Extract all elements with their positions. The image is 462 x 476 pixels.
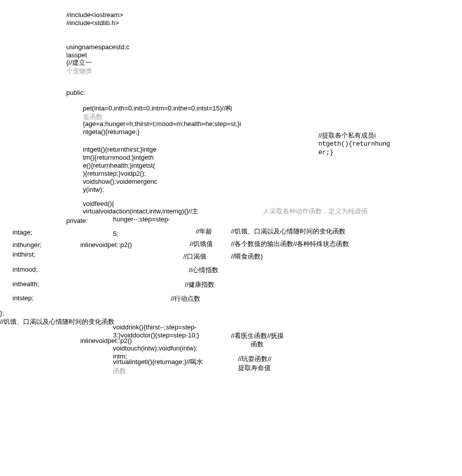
code-line: virtualintgetl(){returnage;}//喝水 [113, 358, 203, 367]
code-line: inthunger; [13, 241, 42, 249]
comment: 个宠物类 [66, 67, 92, 76]
code-line: intthirst; [13, 251, 36, 258]
code-line: #include<stdlib.h> [66, 19, 119, 27]
comment: 函数 [251, 340, 264, 349]
code-line: pet(inta=0,inth=0,intt=0,intm=0,inthe=0,… [83, 104, 232, 113]
comment: //看医生函数//抚摸 [231, 331, 284, 340]
code-line: inlinevoidpet::p2() [80, 241, 132, 249]
comment: //提取各个私有成员i [318, 131, 376, 140]
code-line: er;} [318, 149, 333, 156]
comment: //玩耍函数// [238, 354, 271, 364]
code-text: pet(inta=0,inth=0,intt=0,intm=0,inthe=0,… [83, 104, 232, 112]
code-line: public: [66, 89, 85, 96]
comment: //行动点数 [171, 294, 200, 303]
code-line: ntgeta(){returnage;} [83, 128, 140, 136]
code-line: intgett(){returnthirst;}intge [83, 146, 157, 153]
code-line: virtualvoidaction(intact,intw,intemg){}/… [83, 207, 199, 216]
code-line: voidfeed(){ [83, 200, 114, 207]
code-line: private: [66, 217, 88, 224]
code-line: e(){returnhealth;}intgetst( [83, 162, 155, 169]
comment: //饥饿值 [190, 240, 213, 249]
code-line: ntgeth(){returnhung [318, 140, 390, 148]
comment: 提取寿命值 [238, 364, 271, 373]
code-line: usingnamespacestd;c [66, 43, 130, 51]
code-line: y(intw); [83, 186, 104, 193]
code-line: {//建立一 [66, 58, 92, 67]
code-line: ){returnstep;}voidp2(); [83, 170, 146, 177]
code-line: inlinevoidpet::p2() [80, 337, 132, 344]
code-line: {age=a;hunger=h;thirst=t;mood=m;health=h… [83, 120, 241, 128]
code-line: voidtouch(intw);voidfun(intw); [113, 344, 197, 352]
code-line: 5; [113, 230, 119, 237]
code-line: intstep; [13, 294, 34, 302]
code-text: virtualintgetl(){returnage;}//喝水 [113, 358, 203, 366]
comment: //各个数值的输出函数//各种特殊状态函数 [231, 240, 349, 249]
comment: //饥饿、口渴以及心情随时间的变化函数 [0, 317, 114, 326]
code-line: tm(){returnmood;}intgeth [83, 154, 154, 161]
comment: 函数 [113, 367, 126, 376]
code-line: #include<iostream> [66, 11, 123, 19]
code-line: hunger--;step=step- [113, 215, 170, 223]
comment: 人采取各种动作函数，定义为纯虚函 [263, 207, 368, 216]
comment: //健康指数 [185, 280, 214, 289]
comment: //心情指数 [189, 266, 218, 275]
code-line: inthealth; [13, 280, 39, 288]
code-line: voidshow();voidemergenc [83, 178, 157, 185]
comment: //饥饿、口渴以及心情随时间的变化函数 [231, 227, 345, 236]
code-line: voiddrink(){thirst--;step=step- [113, 323, 197, 331]
code-line: intmood; [13, 266, 38, 273]
comment: //年龄 [196, 227, 212, 236]
code-line: lasspet [66, 51, 87, 59]
code-line: intage; [13, 228, 32, 236]
comment: //喂食函数} [231, 252, 263, 261]
comment: //口渴值 [183, 252, 206, 261]
code-line: }; [0, 309, 4, 317]
